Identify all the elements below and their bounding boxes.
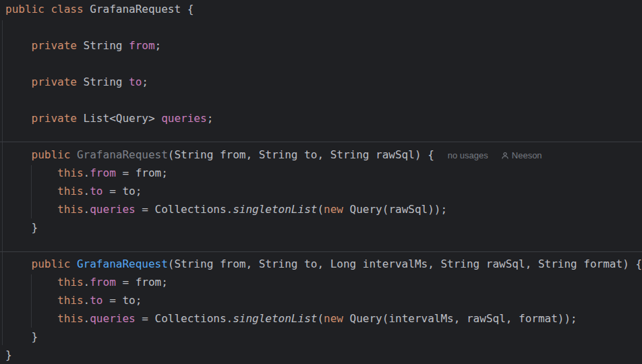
code-line[interactable]: this.from = from; xyxy=(0,273,642,291)
code-token: List<Query> xyxy=(77,112,161,125)
code-token: . xyxy=(84,185,90,198)
code-token: Query(rawSql)); xyxy=(343,203,447,216)
code-token: queries xyxy=(161,112,206,125)
code-line[interactable]: private String from; xyxy=(0,36,642,55)
code-token xyxy=(5,312,57,325)
code-token: private xyxy=(32,39,77,52)
code-token: ( xyxy=(317,203,324,216)
code-token: new xyxy=(324,312,343,325)
code-line[interactable]: this.to = to; xyxy=(0,291,642,309)
code-editor[interactable]: public class GrafanaRequest { private St… xyxy=(0,0,642,364)
code-token: public xyxy=(5,3,45,16)
code-token: queries xyxy=(90,203,135,216)
code-line[interactable] xyxy=(0,127,642,146)
code-token xyxy=(5,276,57,289)
code-line[interactable]: public GrafanaRequest(String from, Strin… xyxy=(0,255,642,273)
code-token: ; xyxy=(142,75,148,88)
code-token: GrafanaRequest { xyxy=(84,3,194,16)
code-token: singletonList xyxy=(233,312,317,325)
code-token xyxy=(5,166,57,179)
code-token: this xyxy=(57,294,84,307)
code-token: ; xyxy=(155,39,162,52)
code-token: = Collections. xyxy=(136,203,233,216)
code-token: } xyxy=(5,221,38,234)
code-token: . xyxy=(84,294,90,307)
code-token: queries xyxy=(90,312,135,325)
code-token: . xyxy=(84,166,90,179)
code-line[interactable] xyxy=(0,237,642,255)
code-token: this xyxy=(57,166,84,179)
code-token: = to; xyxy=(103,185,142,198)
code-line[interactable]: } xyxy=(0,346,642,364)
code-token xyxy=(5,257,32,270)
code-line[interactable]: } xyxy=(0,218,642,237)
code-token xyxy=(70,148,77,161)
code-token xyxy=(70,257,77,270)
code-token: private xyxy=(32,75,77,88)
code-token: (String from, String to, String rawSql) … xyxy=(168,148,434,161)
code-token: Query(intervalMs, rawSql, format)); xyxy=(343,312,577,325)
code-token: from xyxy=(90,276,116,289)
code-line[interactable] xyxy=(0,18,642,36)
code-token: String xyxy=(77,39,129,52)
code-token: this xyxy=(57,312,84,325)
code-token: . xyxy=(84,312,90,325)
code-line[interactable]: this.to = to; xyxy=(0,182,642,200)
code-token xyxy=(5,148,32,161)
code-token: . xyxy=(84,276,90,289)
code-line[interactable]: this.queries = Collections.singletonList… xyxy=(0,309,642,328)
code-token: = to; xyxy=(103,294,142,307)
code-token: singletonList xyxy=(233,203,317,216)
code-line[interactable]: } xyxy=(0,328,642,346)
code-token: GrafanaRequest xyxy=(77,148,168,161)
code-token: private xyxy=(32,112,77,125)
code-token: this xyxy=(57,276,84,289)
code-token: to xyxy=(90,185,103,198)
code-token: public xyxy=(32,257,71,270)
code-token xyxy=(5,203,57,216)
code-lines: public class GrafanaRequest { private St… xyxy=(0,0,642,364)
code-token xyxy=(45,3,51,16)
code-token: = from; xyxy=(116,276,168,289)
code-line[interactable]: this.from = from; xyxy=(0,164,642,182)
code-token: new xyxy=(324,203,343,216)
code-token xyxy=(5,112,32,125)
code-line[interactable] xyxy=(0,91,642,109)
author-inlay-hint[interactable]: Neeson xyxy=(501,150,542,160)
code-token: GrafanaRequest xyxy=(77,257,168,270)
code-line[interactable]: this.queries = Collections.singletonList… xyxy=(0,200,642,218)
code-token xyxy=(5,294,57,307)
code-token: = from; xyxy=(116,166,168,179)
code-token: public xyxy=(32,148,71,161)
code-token: class xyxy=(51,3,83,16)
code-token: this xyxy=(57,185,84,198)
code-line[interactable]: private String to; xyxy=(0,73,642,91)
code-line[interactable]: public GrafanaRequest(String from, Strin… xyxy=(0,146,642,164)
code-token: ; xyxy=(207,112,214,125)
code-line[interactable] xyxy=(0,55,642,73)
code-token: } xyxy=(5,348,12,361)
code-token: } xyxy=(5,330,38,343)
code-token: to xyxy=(90,294,103,307)
code-token: to xyxy=(129,75,142,88)
user-icon xyxy=(501,152,509,160)
code-token: (String from, String to, Long intervalMs… xyxy=(168,257,642,270)
code-token: this xyxy=(57,203,84,216)
code-token: = Collections. xyxy=(136,312,233,325)
code-token: from xyxy=(129,39,155,52)
usages-inlay-hint[interactable]: no usages xyxy=(448,150,488,160)
code-token xyxy=(5,39,32,52)
code-token: ( xyxy=(317,312,324,325)
code-token xyxy=(5,185,57,198)
code-token: from xyxy=(90,166,116,179)
code-token: String xyxy=(77,75,129,88)
code-line[interactable]: private List<Query> queries; xyxy=(0,109,642,127)
code-line[interactable]: public class GrafanaRequest { xyxy=(0,0,642,18)
code-token xyxy=(5,75,32,88)
code-token: . xyxy=(84,203,90,216)
